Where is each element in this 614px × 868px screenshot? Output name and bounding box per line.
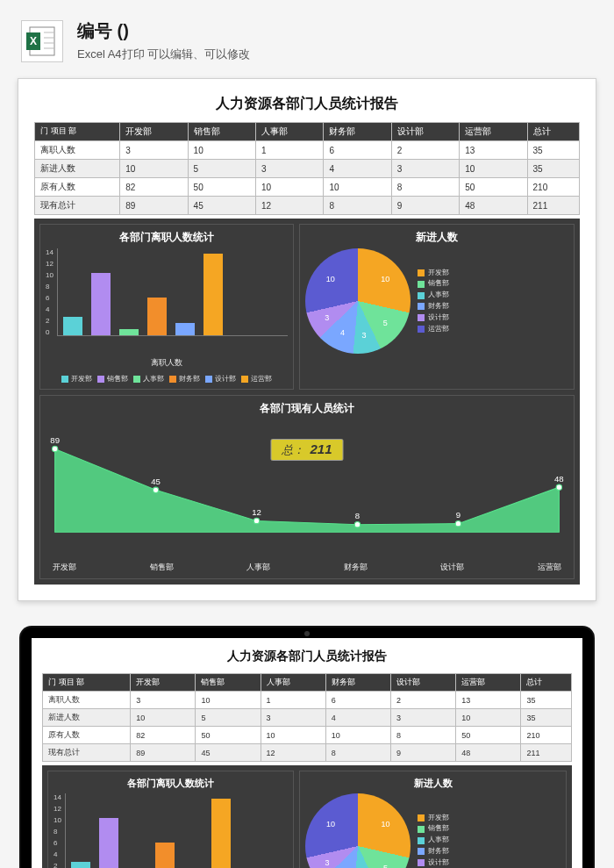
area-point-label: 12 [252, 507, 261, 517]
excel-x-glyph: X [30, 35, 37, 47]
bar [63, 317, 82, 335]
table-col-header: 总计 [521, 674, 572, 692]
y-tick: 12 [46, 260, 54, 268]
bar [71, 862, 90, 868]
table-col-header: 开发部 [131, 674, 196, 692]
legend-item: 销售部 [418, 823, 449, 835]
area-point-label: 9 [456, 510, 460, 520]
area-point-label: 48 [554, 474, 564, 484]
table-cell: 82 [120, 178, 188, 197]
table-cell: 12 [261, 744, 325, 762]
legend-item: 设计部 [418, 312, 449, 324]
pie-chart-title: 新进人数 [305, 777, 560, 790]
report-main: 人力资源各部门人员统计报告门 项目 部开发部销售部人事部财务部设计部运营部总计离… [34, 95, 580, 585]
table-cell: 50 [456, 727, 521, 744]
laptop-screen: 人力资源各部门人员统计报告门 项目 部开发部销售部人事部财务部设计部运营部总计离… [32, 638, 582, 868]
pie-slice-label: 10 [326, 275, 335, 283]
table-row-header: 新进人数 [35, 160, 120, 178]
bar-chart-title: 各部门离职人数统计 [54, 777, 288, 790]
legend-item: 财务部 [169, 374, 200, 384]
table-row: 现有总计8945128948211 [35, 197, 580, 215]
area-x-label: 销售部 [150, 562, 174, 573]
excel-file-icon: X [21, 20, 63, 62]
bar-chart: 各部门离职人数统计02468101214离职人数开发部销售部人事部财务部设计部运… [39, 224, 294, 390]
bar-chart-title: 各部门离职人数统计 [46, 230, 288, 245]
table-cell: 10 [324, 178, 391, 197]
table-cell: 8 [391, 727, 456, 744]
table-col-header: 人事部 [261, 674, 325, 692]
table-cell: 211 [527, 197, 579, 215]
area-x-label: 设计部 [440, 562, 464, 573]
page-header: X 编号 () Excel A4打印 可以编辑、可以修改 [0, 0, 614, 78]
table-cell: 8 [391, 178, 459, 197]
total-badge: 总：211 [270, 439, 343, 461]
pie-slice-label: 3 [362, 331, 367, 340]
table-cell: 2 [391, 692, 456, 709]
y-tick: 8 [54, 828, 61, 836]
y-tick: 2 [46, 317, 54, 325]
legend-item: 设计部 [205, 374, 236, 384]
bar [211, 799, 231, 868]
table-cell: 10 [131, 709, 196, 727]
area-point [153, 487, 158, 492]
table-cell: 10 [188, 141, 255, 160]
y-tick: 0 [46, 328, 54, 336]
pie-legend: 开发部销售部人事部财务部设计部运营部 [418, 268, 449, 335]
page-title: 编号 () [77, 19, 250, 43]
table-cell: 9 [391, 744, 456, 762]
pie-slice-label: 10 [382, 820, 390, 829]
y-tick: 6 [46, 294, 54, 302]
table-cell: 50 [460, 178, 527, 197]
table-col-header: 运营部 [460, 123, 527, 141]
pie-slice-label: 10 [381, 275, 389, 283]
bar-x-label: 离职人数 [46, 357, 288, 369]
table-cell: 2 [391, 141, 459, 160]
pie-slice-label: 3 [325, 313, 329, 322]
table-row-header: 离职人数 [43, 692, 131, 709]
table-cell: 1 [261, 692, 325, 709]
area-x-label: 人事部 [246, 562, 270, 573]
table-col-header: 开发部 [120, 123, 188, 141]
pie-graphic: 10534310 [305, 248, 411, 354]
table-cell: 5 [188, 160, 255, 178]
laptop-mockup: 人力资源各部门人员统计报告门 项目 部开发部销售部人事部财务部设计部运营部总计离… [19, 626, 595, 868]
y-tick: 14 [46, 248, 54, 256]
table-cell: 13 [460, 141, 527, 160]
table-cell: 210 [527, 178, 579, 197]
area-point [455, 520, 460, 526]
table-col-header: 财务部 [324, 123, 391, 141]
stats-table: 门 项目 部开发部销售部人事部财务部设计部运营部总计离职人数3101621335… [42, 673, 572, 762]
area-point-label: 8 [355, 511, 360, 520]
table-row: 原有人数82501010850210 [43, 727, 572, 744]
table-cell: 5 [196, 709, 261, 727]
pie-chart: 新进人数10534310开发部销售部人事部财务部设计部运营部 [299, 224, 575, 390]
table-cell: 10 [256, 178, 324, 197]
area-point-label: 89 [50, 437, 60, 445]
pie-chart-title: 新进人数 [305, 230, 568, 245]
pie-slice-label: 5 [383, 864, 388, 868]
area-chart: 各部门现有人员统计总：2118945128948开发部销售部人事部财务部设计部运… [39, 395, 575, 579]
table-cell: 210 [521, 727, 572, 744]
legend-item: 开发部 [61, 374, 92, 384]
table-cell: 3 [261, 709, 325, 727]
table-cell: 48 [456, 744, 521, 762]
table-row: 现有总计8945128948211 [43, 744, 572, 762]
y-tick: 4 [46, 305, 54, 313]
table-row: 原有人数82501010850210 [35, 178, 580, 197]
legend-item: 开发部 [418, 813, 449, 824]
legend-item: 运营部 [418, 324, 449, 335]
y-tick: 8 [46, 283, 54, 291]
table-cell: 35 [527, 160, 579, 178]
y-tick: 14 [54, 793, 61, 801]
legend-item: 设计部 [418, 857, 449, 868]
table-cell: 50 [196, 727, 261, 744]
legend-item: 财务部 [418, 301, 449, 312]
table-row-header: 现有总计 [35, 197, 120, 215]
table-col-header: 总计 [527, 123, 579, 141]
table-row-header: 现有总计 [43, 744, 131, 762]
table-cell: 12 [256, 197, 324, 215]
table-cell: 9 [391, 197, 459, 215]
table-cell: 1 [256, 141, 324, 160]
area-x-label: 运营部 [538, 562, 561, 573]
area-point-label: 45 [151, 477, 161, 486]
